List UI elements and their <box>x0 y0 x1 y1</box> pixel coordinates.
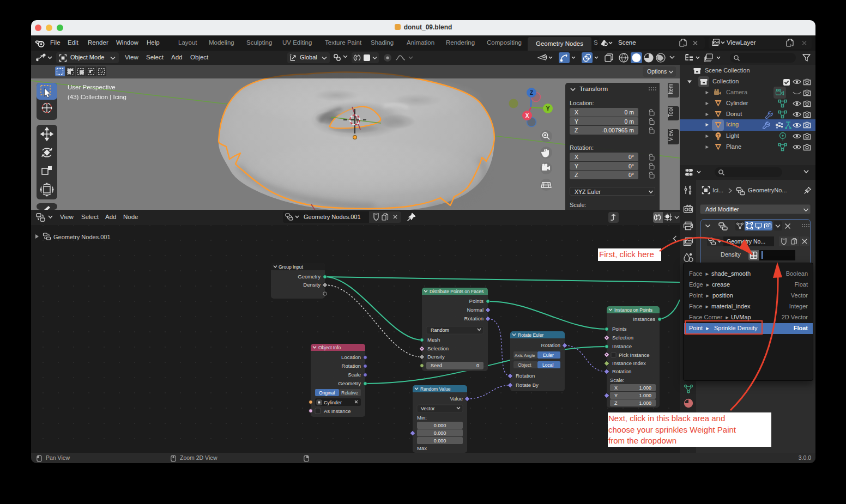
svg-text:Random Value: Random Value <box>420 386 451 392</box>
svg-text:Euler: Euler <box>543 353 554 358</box>
svg-text:Points: Points <box>612 326 627 332</box>
svg-text:Selection: Selection <box>612 335 633 341</box>
svg-text:Y: Y <box>614 393 618 398</box>
svg-text:Scale: Scale <box>348 372 361 378</box>
svg-text:Z: Z <box>530 90 533 96</box>
svg-text:Random: Random <box>431 327 449 333</box>
svg-text:Rotation: Rotation <box>541 342 560 348</box>
svg-text:Max: Max <box>417 445 427 451</box>
svg-text:Value: Value <box>450 396 463 402</box>
svg-text:Points: Points <box>469 298 484 304</box>
svg-text:0.000: 0.000 <box>434 423 446 428</box>
svg-text:Normal: Normal <box>467 307 484 313</box>
svg-text:1.000: 1.000 <box>639 393 651 398</box>
svg-text:Min:: Min: <box>417 415 427 421</box>
svg-text:Location: Location <box>341 354 361 360</box>
svg-text:Instance on Points: Instance on Points <box>614 307 652 313</box>
svg-text:Rotate Euler: Rotate Euler <box>518 332 543 338</box>
svg-text:Selection: Selection <box>427 345 449 351</box>
svg-text:Axis Angle: Axis Angle <box>515 353 535 358</box>
svg-text:(43) Collection | Icing: (43) Collection | Icing <box>68 94 126 100</box>
svg-text:Rotation: Rotation <box>516 373 535 379</box>
svg-text:1.000: 1.000 <box>639 385 651 391</box>
svg-text:Rotation: Rotation <box>464 315 484 321</box>
svg-text:Density: Density <box>427 354 445 360</box>
svg-text:Geometry: Geometry <box>298 274 321 280</box>
svg-text:Distribute Points on Faces: Distribute Points on Faces <box>430 289 484 294</box>
svg-text:Instance Index: Instance Index <box>612 360 646 366</box>
svg-text:X: X <box>614 385 618 391</box>
svg-text:Local: Local <box>542 362 553 368</box>
svg-text:Relative: Relative <box>341 390 358 396</box>
svg-text:Group Input: Group Input <box>279 264 304 270</box>
svg-text:0.000: 0.000 <box>434 438 446 444</box>
svg-text:Y: Y <box>546 106 550 112</box>
svg-text:Mesh: Mesh <box>427 337 440 343</box>
svg-text:0: 0 <box>476 363 479 368</box>
svg-text:X: X <box>525 113 529 119</box>
svg-text:Z: Z <box>614 400 618 406</box>
svg-text:Rotate By: Rotate By <box>516 382 539 388</box>
svg-text:Rotation: Rotation <box>342 363 361 369</box>
svg-text:Vector: Vector <box>421 406 435 411</box>
svg-text:Density: Density <box>303 282 321 288</box>
svg-text:User Perspective: User Perspective <box>68 84 116 90</box>
svg-text:Pick Instance: Pick Instance <box>619 352 650 358</box>
svg-text:Rotation: Rotation <box>612 368 631 374</box>
svg-text:Object: Object <box>518 362 531 368</box>
svg-text:Seed: Seed <box>431 363 442 368</box>
svg-text:1.000: 1.000 <box>639 400 651 406</box>
svg-text:Instances: Instances <box>633 316 655 322</box>
svg-text:Cylinder: Cylinder <box>324 400 342 405</box>
svg-text:Geometry: Geometry <box>338 380 361 386</box>
svg-text:Original: Original <box>319 390 335 396</box>
svg-text:As Instance: As Instance <box>324 408 351 414</box>
svg-text:Instance: Instance <box>612 343 632 349</box>
svg-text:0.000: 0.000 <box>434 430 446 436</box>
svg-text:Object Info: Object Info <box>318 345 341 350</box>
svg-text:Scale:: Scale: <box>610 377 624 383</box>
